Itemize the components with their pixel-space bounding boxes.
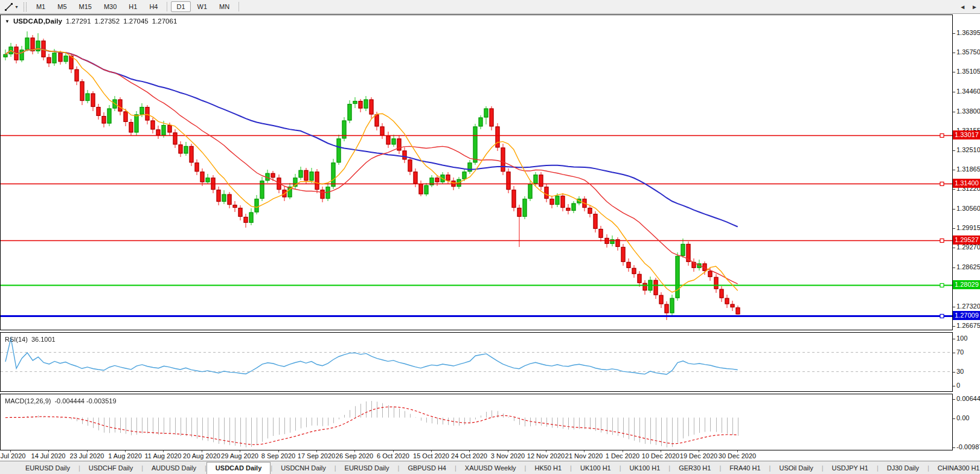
date-label: 19 Dec 2020 [680, 452, 717, 460]
timeframe-toolbar: ▼ M1M5M15M30H1H4D1W1MN [0, 0, 980, 14]
price-tick-label: 1.26675 [956, 322, 980, 329]
chart-tab-eurusd-daily[interactable]: EURUSD Daily [17, 463, 78, 474]
timeframe-button-d1[interactable]: D1 [171, 1, 190, 12]
date-label: 29 Aug 2020 [221, 452, 258, 460]
price-tick-label: 1.29915 [956, 224, 980, 231]
tab-scroll-right-icon[interactable]: ► [970, 2, 979, 11]
price-tick-label: 1.31865 [956, 165, 980, 173]
price-level-badge: 1.28029 [953, 280, 980, 289]
rsi-axis[interactable]: 10070300 [953, 332, 980, 392]
chart-tab-usoil-daily[interactable]: USOil Daily [770, 463, 821, 474]
timeframe-button-m5[interactable]: M5 [52, 1, 72, 12]
price-tick-label: 1.28625 [956, 263, 980, 271]
date-label: 26 Sep 2020 [336, 452, 373, 460]
timeframe-buttons: M1M5M15M30H1H4D1W1MN [30, 1, 242, 12]
rsi-tick-label: 30 [956, 368, 964, 375]
timeframe-button-m15[interactable]: M15 [74, 1, 97, 12]
date-label: 20 Aug 2020 [183, 452, 220, 460]
symbol-dropdown-icon[interactable]: ▼ [5, 19, 10, 24]
rsi-tick-label: 0 [956, 382, 960, 389]
open-value: 1.27291 [66, 18, 91, 25]
price-level-badge: 1.31400 [953, 179, 980, 188]
timeframe-button-w1[interactable]: W1 [192, 1, 213, 12]
chart-tab-fra40-h1[interactable]: FRA40 H1 [721, 463, 769, 474]
toolbar-separator [167, 2, 167, 11]
chart-tab-gbpusd-h4[interactable]: GBPUSD H4 [399, 463, 455, 474]
chart-tab-usdjpy-h1[interactable]: USDJPY H1 [824, 463, 877, 474]
close-value: 1.27061 [152, 18, 178, 25]
price-axis[interactable]: 1.363951.357501.351051.344601.338001.331… [953, 14, 980, 330]
timeframe-button-h1[interactable]: H1 [123, 1, 143, 12]
date-label: 24 Oct 2020 [451, 452, 487, 460]
time-axis[interactable]: 4 Jul 202014 Jul 202023 Jul 20201 Aug 20… [0, 450, 953, 461]
price-tick-label: 1.35750 [956, 48, 980, 56]
chart-tab-bar: EURUSD Daily|USDCHF Daily|AUDUSD Daily|U… [0, 461, 980, 474]
toolbar-grip[interactable] [24, 2, 27, 11]
rsi-tick-label: 70 [956, 348, 964, 356]
price-level-badge: 1.27009 [953, 311, 980, 320]
price-chart-panel: ▼ USDCAD,Daily 1.27291 1.27352 1.27045 1… [0, 14, 953, 330]
toolbar-separator [239, 2, 239, 11]
rsi-value: 36.1001 [31, 336, 56, 343]
timeframe-button-h4[interactable]: H4 [144, 1, 163, 12]
rsi-canvas[interactable] [1, 333, 952, 391]
macd-tick-label: 0.00 [956, 414, 969, 421]
date-label: 30 Dec 2020 [719, 452, 756, 460]
symbol-timeframe-label: USDCAD,Daily [13, 18, 62, 25]
macd-tick-label: -0.009871 [956, 443, 980, 450]
chart-tab-xauusd-weekly[interactable]: XAUUSD Weekly [456, 463, 525, 474]
price-chart-canvas[interactable] [1, 15, 952, 330]
date-label: 15 Oct 2020 [413, 452, 449, 460]
price-tick-label: 1.36395 [956, 29, 980, 36]
price-level-badge: 1.29527 [953, 235, 980, 245]
date-label: 11 Aug 2020 [145, 452, 182, 460]
rsi-panel: RSI(14) 36.1001 [0, 332, 953, 392]
date-label: 8 Sep 2020 [261, 452, 295, 460]
macd-canvas[interactable] [1, 394, 952, 450]
chart-tab-usdcnh-daily[interactable]: USDCNH Daily [272, 463, 335, 474]
chart-tab-usdchf-daily[interactable]: USDCHF Daily [80, 463, 141, 474]
timeframe-button-m1[interactable]: M1 [31, 1, 51, 12]
rsi-tick-label: 100 [956, 335, 967, 342]
date-label: 3 Nov 2020 [491, 452, 525, 460]
date-label: 14 Jul 2020 [31, 452, 66, 460]
timeframe-button-m30[interactable]: M30 [98, 1, 122, 12]
price-tick-label: 1.34460 [956, 88, 980, 95]
macd-values: -0.004444 -0.003519 [54, 397, 116, 405]
tab-scroll-left-icon[interactable]: ◄ [958, 2, 967, 11]
chart-tab-uk100-h1[interactable]: UK100 H1 [572, 463, 620, 474]
chart-tab-uk100-h1[interactable]: UK100 H1 [621, 463, 669, 474]
macd-panel: MACD(12,26,9) -0.004444 -0.003519 [0, 394, 953, 450]
price-tick-label: 1.33800 [956, 107, 980, 115]
trading-platform-window: ▼ M1M5M15M30H1H4D1W1MN ▼ USDCAD,Daily 1.… [0, 0, 980, 474]
line-tool-button[interactable]: ▼ [2, 1, 21, 13]
chart-tab-china300-h1[interactable]: CHINA300 H1 [929, 463, 980, 474]
date-label: 6 Oct 2020 [377, 452, 409, 460]
date-label: 10 Dec 2020 [642, 452, 679, 460]
date-label: 12 Nov 2020 [527, 452, 565, 460]
macd-name: MACD(12,26,9) [5, 397, 51, 405]
date-label: 17 Sep 2020 [298, 452, 335, 460]
chart-tab-dj30-daily[interactable]: DJ30 Daily [879, 463, 927, 474]
price-tick-label: 1.30560 [956, 205, 980, 212]
chart-tab-audusd-daily[interactable]: AUDUSD Daily [143, 463, 205, 474]
chart-header: ▼ USDCAD,Daily 1.27291 1.27352 1.27045 1… [5, 18, 177, 25]
chart-tab-usdcad-daily[interactable]: USDCAD Daily [207, 462, 271, 474]
tab-scroll-arrows: ◄ ► [958, 2, 979, 11]
price-tick-label: 1.32510 [956, 146, 980, 153]
date-label: 1 Dec 2020 [606, 452, 639, 460]
chart-tab-hk50-h1[interactable]: HK50 H1 [526, 463, 570, 474]
date-label: 23 Jul 2020 [70, 452, 104, 460]
high-value: 1.27352 [95, 18, 120, 25]
rsi-name: RSI(14) [5, 336, 28, 343]
chart-tab-ger30-h1[interactable]: GER30 H1 [670, 463, 719, 474]
macd-axis[interactable]: 0.0064440.00-0.009871 [953, 394, 980, 450]
date-label: 4 Jul 2020 [0, 452, 25, 460]
macd-label: MACD(12,26,9) -0.004444 -0.003519 [5, 397, 117, 405]
dropdown-caret-icon: ▼ [14, 5, 19, 9]
price-tick-label: 1.29270 [956, 243, 980, 251]
chart-tab-eurusd-daily[interactable]: EURUSD Daily [336, 463, 398, 474]
macd-tick-label: 0.006444 [956, 395, 980, 402]
timeframe-button-mn[interactable]: MN [214, 1, 235, 12]
date-label: 21 Nov 2020 [565, 452, 603, 460]
